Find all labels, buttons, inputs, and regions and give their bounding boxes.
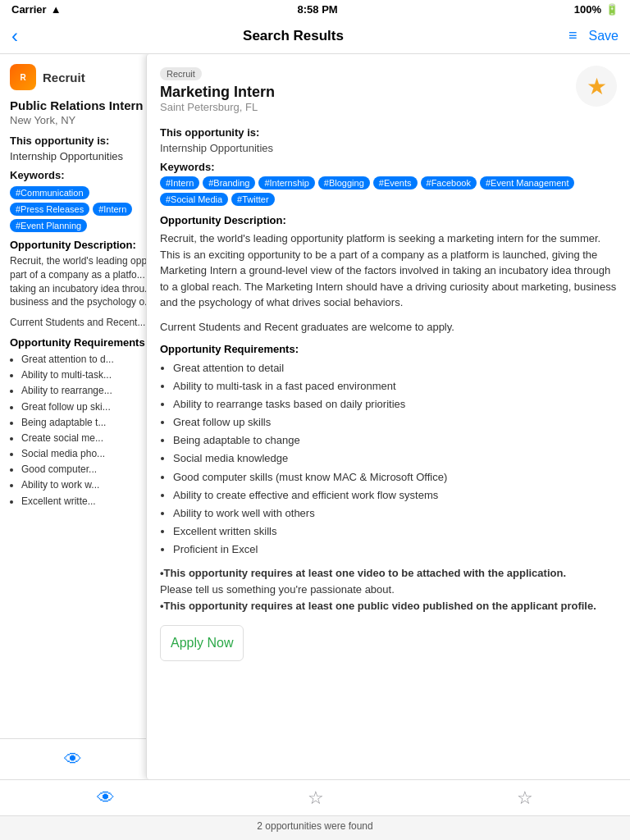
right-tag-internship[interactable]: #Internship (258, 176, 314, 189)
right-job-location: Saint Petersburg, FL (160, 101, 275, 113)
status-time: 8:58 PM (298, 3, 338, 16)
tag-intern[interactable]: #Intern (93, 203, 132, 216)
right-opportunity-value: Internship Opportunities (160, 142, 617, 154)
tab-eye[interactable]: 👁 (97, 788, 115, 809)
right-keywords-label: Keywords: (160, 161, 617, 173)
left-panel-bottom: 👁 (0, 738, 146, 779)
tab-star-1[interactable]: ☆ (308, 788, 324, 809)
tag-communication[interactable]: #Communication (10, 186, 89, 199)
right-opportunity-label: This opportunity is: (160, 126, 617, 139)
status-right: 100% 🔋 (574, 3, 619, 16)
req-item-1: Great attention to detail (173, 359, 617, 377)
right-panel-title-group: Recruit Marketing Intern Saint Petersbur… (160, 66, 275, 121)
right-req-list: Great attention to detail Ability to mul… (160, 359, 617, 559)
right-tags: #Intern #Branding #Internship #Blogging … (160, 176, 617, 206)
tag-press-releases[interactable]: #Press Releases (10, 203, 89, 216)
back-chevron-icon: ‹ (11, 25, 18, 48)
notice-text-2: Please tell us something you're passiona… (160, 583, 617, 596)
list-view-icon[interactable]: ≡ (568, 27, 578, 44)
req-item-9: Ability to work well with others (173, 504, 617, 523)
req-item-5: Being adaptable to change (173, 431, 617, 450)
tab-bar: 👁 ☆ ☆ (0, 779, 630, 815)
right-panel-header: Recruit Marketing Intern Saint Petersbur… (160, 66, 617, 121)
right-panel-inner: Recruit Marketing Intern Saint Petersbur… (147, 54, 630, 779)
star-tab-icon-2: ☆ (517, 788, 533, 809)
carrier-label: Carrier (11, 3, 47, 16)
right-tag-facebook[interactable]: #Facebook (421, 176, 477, 189)
right-panel: Recruit Marketing Intern Saint Petersbur… (146, 54, 630, 779)
req-item-8: Ability to create effective and efficien… (173, 486, 617, 504)
back-button[interactable]: ‹ (11, 25, 18, 48)
req-item-3: Ability to rearrange tasks based on dail… (173, 395, 617, 413)
eye-icon-left[interactable]: 👁 (64, 749, 82, 770)
right-req-label: Opportunity Requirements: (160, 343, 617, 355)
tag-event-planning[interactable]: #Event Planning (10, 219, 87, 232)
battery-label: 100% (574, 3, 601, 16)
right-job-title: Marketing Intern (160, 84, 275, 101)
right-tag-blogging[interactable]: #Blogging (318, 176, 370, 189)
apply-now-button[interactable]: Apply Now (160, 625, 244, 661)
notice-text-1: •This opportunity requires at least one … (160, 567, 617, 579)
nav-right-actions: ≡ Save (568, 27, 619, 44)
req-item-2: Ability to multi-task in a fast paced en… (173, 377, 617, 395)
right-company-badge: Recruit (160, 67, 202, 80)
right-desc-text: Recruit, the world's leading opportunity… (160, 231, 617, 311)
save-button[interactable]: Save (589, 29, 619, 43)
footer-text: 2 opportunities were found (257, 820, 372, 832)
status-bar: Carrier ▲ 8:58 PM 100% 🔋 (0, 0, 630, 18)
wifi-icon: ▲ (51, 3, 62, 16)
right-desc-label: Opportunity Description: (160, 214, 617, 226)
star-badge[interactable]: ★ (576, 66, 617, 107)
right-tag-intern[interactable]: #Intern (160, 176, 199, 189)
req-item-11: Proficient in Excel (173, 541, 617, 559)
req-item-7: Good computer skills (must know MAC & Mi… (173, 468, 617, 486)
eye-tab-icon: 👁 (97, 788, 115, 809)
right-tag-event-management[interactable]: #Event Management (480, 176, 575, 189)
star-icon: ★ (587, 73, 607, 100)
req-item-10: Excellent written skills (173, 523, 617, 541)
req-item-6: Social media knowledge (173, 450, 617, 468)
main-area: R Recruit Public Relations Intern New Yo… (0, 54, 630, 779)
req-item-4: Great follow up skills (173, 413, 617, 431)
company-name: Recruit (43, 71, 85, 84)
status-footer: 2 opportunities were found (0, 815, 630, 840)
right-tag-social-media[interactable]: #Social Media (160, 193, 228, 206)
notice-text-3: •This opportunity requires at least one … (160, 600, 617, 612)
right-current-students: Current Students and Recent graduates ar… (160, 319, 617, 336)
right-tag-twitter[interactable]: #Twitter (231, 193, 275, 206)
status-left: Carrier ▲ (11, 3, 62, 16)
right-tag-branding[interactable]: #Branding (203, 176, 255, 189)
company-logo: R (10, 64, 36, 90)
right-tag-events[interactable]: #Events (373, 176, 418, 189)
page-title: Search Results (243, 28, 344, 44)
tab-star-2[interactable]: ☆ (517, 788, 533, 809)
star-tab-icon-1: ☆ (308, 788, 324, 809)
nav-bar: ‹ Search Results ≡ Save (0, 18, 630, 54)
battery-icon: 🔋 (605, 3, 619, 16)
